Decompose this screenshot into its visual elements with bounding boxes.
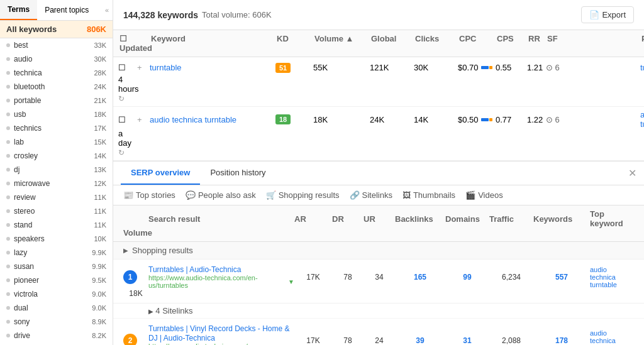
- sidebar-item[interactable]: pioneer 9.5K: [0, 273, 113, 287]
- col-rr[interactable]: RR: [527, 34, 546, 43]
- col-clicks[interactable]: Clicks: [414, 34, 458, 43]
- sitelinks-label: 4 Sitelinks: [155, 306, 192, 315]
- result-title-link[interactable]: Turntables | Vinyl Record Decks - Home &…: [148, 324, 290, 342]
- filter-videos[interactable]: 🎬 Videos: [465, 190, 503, 200]
- sidebar-item[interactable]: audio 30K: [0, 52, 113, 66]
- sidebar-item-volume: 18K: [94, 111, 106, 118]
- sidebar-item[interactable]: technica 28K: [0, 66, 113, 80]
- result-traffic: 6,234: [489, 273, 533, 282]
- sidebar-item-keyword: technics: [14, 124, 42, 133]
- shopping-results-section[interactable]: ▶ Shopping results: [113, 242, 644, 260]
- sidebar-item-keyword: portable: [14, 96, 41, 105]
- export-button[interactable]: 📄 Export: [581, 6, 634, 23]
- sidebar-item-volume: 9.9K: [92, 263, 106, 270]
- row-parent-topic[interactable]: turntable: [640, 63, 644, 72]
- sidebar-item[interactable]: review 11K: [0, 190, 113, 204]
- sidebar-item-dot: [6, 320, 10, 324]
- sidebar-item-volume: 28K: [94, 69, 106, 77]
- col-cpc[interactable]: CPC: [458, 34, 496, 43]
- sidebar-item[interactable]: dj 13K: [0, 163, 113, 177]
- sidebar-item[interactable]: dual 9.0K: [0, 301, 113, 315]
- sidebar-item-keyword: audio: [14, 55, 32, 63]
- col-kd[interactable]: KD: [275, 34, 313, 43]
- sidebar-item[interactable]: stereo 11K: [0, 204, 113, 218]
- serp-result-row: 1 Turntables | Audio-Technica https://ww…: [113, 260, 644, 304]
- col-updated[interactable]: Updated: [118, 43, 137, 53]
- result-info: Turntables | Audio-Technica https://www.…: [148, 265, 294, 289]
- sidebar-item[interactable]: speakers 10K: [0, 232, 113, 246]
- row-kd-badge: 18: [275, 114, 313, 124]
- sidebar-all-keywords[interactable]: All keywords 806K: [0, 21, 113, 38]
- serp-close-button[interactable]: ✕: [628, 167, 636, 179]
- url-expand-icon[interactable]: ▼: [288, 278, 294, 285]
- sidebar-tab-terms[interactable]: Terms: [0, 0, 37, 20]
- filter-top-stories[interactable]: 📰 Top stories: [123, 190, 175, 200]
- sidebar-item-keyword: technica: [14, 68, 42, 77]
- col-cps[interactable]: CPS: [496, 34, 527, 43]
- serp-tab-position-history[interactable]: Position history: [200, 162, 275, 185]
- row-checkbox[interactable]: ☐: [118, 115, 137, 124]
- export-icon: 📄: [589, 10, 599, 19]
- col-sf[interactable]: SF: [546, 34, 640, 43]
- row-checkbox[interactable]: ☐: [118, 63, 137, 72]
- row-add-icon[interactable]: +: [137, 63, 150, 72]
- row-cpc: $0.70: [458, 63, 496, 72]
- serp-tab-overview[interactable]: SERP overview: [121, 162, 200, 185]
- result-title-link[interactable]: Turntables | Audio-Technica: [148, 265, 241, 274]
- sidebar-item-dot: [6, 99, 10, 102]
- sidebar-item[interactable]: microwave 12K: [0, 177, 113, 190]
- sidebar-item[interactable]: portable 21K: [0, 94, 113, 107]
- sidebar-item-dot: [6, 154, 10, 158]
- videos-icon: 🎬: [465, 190, 475, 200]
- sidebar-item-dot: [6, 140, 10, 144]
- row-add-icon[interactable]: +: [137, 115, 150, 124]
- serp-tabs-bar: SERP overview Position history ✕: [113, 162, 644, 185]
- shopping-results-label: Shopping results: [279, 190, 340, 200]
- refresh-icon[interactable]: ↻: [118, 148, 125, 157]
- sidebar-collapse-button[interactable]: «: [101, 0, 113, 20]
- sidebar-item[interactable]: cake 7.6K: [0, 342, 113, 345]
- filter-people-also-ask[interactable]: 💬 People also ask: [186, 190, 256, 200]
- sitelinks-label: Sitelinks: [362, 190, 392, 200]
- col-volume[interactable]: Volume ▲: [313, 34, 370, 43]
- sidebar-item-dot: [6, 265, 10, 268]
- filter-sitelinks[interactable]: 🔗 Sitelinks: [350, 190, 392, 200]
- sidebar-item[interactable]: lazy 9.9K: [0, 246, 113, 260]
- row-keyword-link[interactable]: audio technica turntable: [150, 115, 275, 124]
- row-cpc: $0.50: [458, 115, 496, 124]
- result-ur: 34: [364, 273, 395, 282]
- row-keyword-link[interactable]: turntable: [150, 63, 275, 72]
- col-parent-topic[interactable]: Parent topic: [640, 34, 644, 43]
- sidebar-item[interactable]: victrola 9.0K: [0, 287, 113, 301]
- sidebar-item-dot: [6, 306, 10, 310]
- row-parent-topic[interactable]: audio technica turntable: [640, 110, 644, 129]
- sidebar-item[interactable]: crosley 14K: [0, 149, 113, 163]
- sidebar-item[interactable]: bluetooth 24K: [0, 80, 113, 94]
- all-keywords-label: All keywords: [6, 25, 57, 34]
- sitelinks-row[interactable]: ▶ 4 Sitelinks: [113, 304, 644, 319]
- filter-shopping-results[interactable]: 🛒 Shopping results: [266, 190, 340, 200]
- col-keyword[interactable]: Keyword: [150, 34, 275, 43]
- sidebar-item[interactable]: best 33K: [0, 38, 113, 52]
- row-sf: ⊙ 6: [546, 115, 640, 124]
- col-global[interactable]: Global: [370, 34, 414, 43]
- sidebar-item[interactable]: technics 17K: [0, 121, 113, 135]
- sidebar-item[interactable]: susan 9.9K: [0, 260, 113, 273]
- row-updated: a day ↻: [118, 129, 137, 157]
- sidebar-item-keyword: best: [14, 41, 28, 50]
- sidebar-item-dot: [6, 126, 10, 130]
- sidebar-item[interactable]: lab 15K: [0, 135, 113, 149]
- sidebar-item[interactable]: usb 18K: [0, 107, 113, 121]
- refresh-icon[interactable]: ↻: [118, 94, 125, 103]
- sidebar-tab-parent-topics[interactable]: Parent topics: [37, 0, 96, 20]
- sidebar-item[interactable]: stand 11K: [0, 218, 113, 232]
- sidebar-item[interactable]: drive 8.2K: [0, 329, 113, 342]
- filter-thumbnails[interactable]: 🖼 Thumbnails: [402, 190, 455, 200]
- sidebar-item-volume: 9.9K: [92, 249, 106, 256]
- col-ar: AR: [294, 214, 332, 224]
- sidebar-item-keyword: victrola: [14, 290, 38, 298]
- sidebar-item[interactable]: sony 8.9K: [0, 315, 113, 329]
- sidebar-item-dot: [6, 195, 10, 199]
- sidebar-item-dot: [6, 251, 10, 255]
- sidebar-item-volume: 8.2K: [92, 332, 106, 339]
